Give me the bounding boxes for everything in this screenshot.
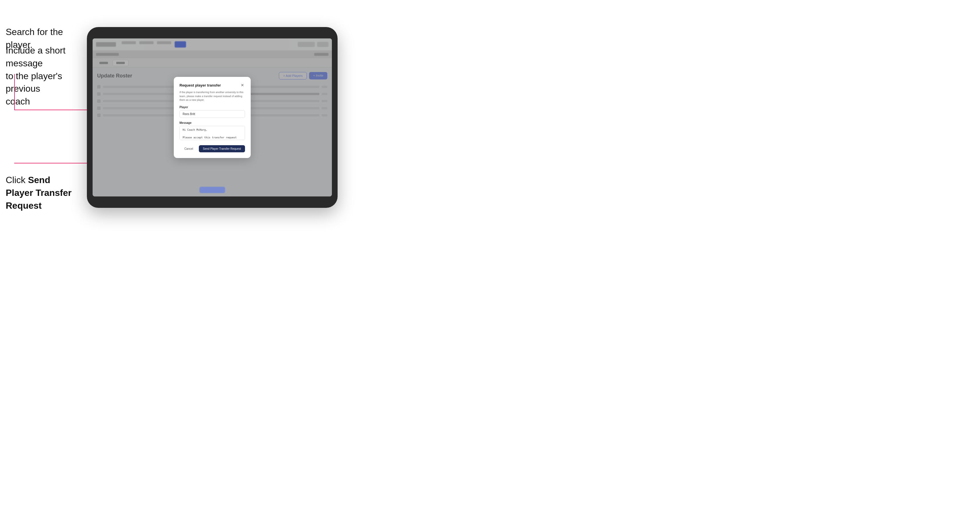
bottom-action-btn [199,187,225,193]
annotation-message-text: Include a short messageto the player's p… [6,44,83,108]
modal-footer: Cancel Send Player Transfer Request [180,145,245,152]
modal-overlay: Request player transfer ✕ If the player … [92,38,332,197]
modal-title: Request player transfer [180,83,221,87]
modal-header: Request player transfer ✕ [180,83,245,88]
player-search-input[interactable] [180,110,245,118]
annotation-click-bold: Send Player Transfer Request [6,175,72,211]
arrow-vertical-1 [14,74,15,110]
bottom-bar [92,187,332,193]
player-field-label: Player [180,106,245,109]
modal-close-button[interactable]: ✕ [240,83,245,88]
tablet-screen: Update Roster + Add Players + Invite [92,38,332,197]
annotation-click-label: Click Send Player Transfer Request [6,175,72,211]
message-textarea[interactable]: Hi Coach McHarg, Please accept this tran… [180,126,245,140]
request-transfer-modal: Request player transfer ✕ If the player … [174,77,251,158]
annotation-click-text: Click Send Player Transfer Request [6,174,80,212]
cancel-button[interactable]: Cancel [181,146,197,152]
tablet-device: Update Roster + Add Players + Invite [87,27,337,208]
message-field-label: Message [180,121,245,124]
send-transfer-request-button[interactable]: Send Player Transfer Request [199,145,245,152]
modal-description: If the player is transferring from anoth… [180,90,245,102]
